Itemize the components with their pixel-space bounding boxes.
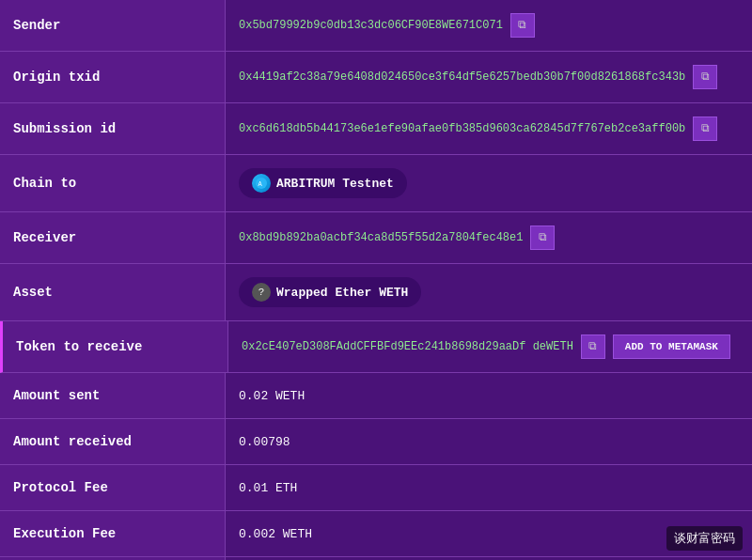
label-submission-id: Submission id	[0, 103, 226, 154]
row-sender: Sender0x5bd79992b9c0db13c3dc06CF90E8WE67…	[0, 0, 752, 52]
add-to-metamask-button[interactable]: ADD TO METAMASK	[613, 334, 730, 359]
label-text-chain-to: Chain to	[13, 176, 76, 191]
value-origin-txid: 0x4419af2c38a79e6408d024650ce3f64df5e625…	[226, 52, 752, 102]
asset-question-icon: ?	[252, 283, 271, 302]
label-token-to-receive: Token to receive	[3, 321, 228, 372]
value-text-amount-received: 0.00798	[239, 435, 290, 449]
value-submission-id: 0xc6d618db5b44173e6e1efe90afae0fb385d960…	[226, 103, 752, 154]
row-token-to-receive: Token to receive0x2cE407eD308FAddCFFBFd9…	[0, 321, 752, 373]
copy-btn-origin-txid[interactable]: ⧉	[693, 65, 717, 89]
label-amount-received: Amount received	[0, 419, 226, 464]
label-execution-fee: Execution Fee	[0, 511, 226, 556]
label-text-submission-id: Submission id	[13, 121, 116, 136]
label-amount-sent: Amount sent	[0, 373, 226, 418]
hash-token-to-receive: 0x2cE407eD308FAddCFFBFd9EEc241b8698d29aa…	[242, 340, 573, 353]
label-text-amount-received: Amount received	[13, 434, 132, 449]
watermark: 谈财富密码	[666, 526, 743, 551]
value-text-execution-fee: 0.002 WETH	[239, 527, 312, 541]
row-protocol-fee: Protocol Fee0.01 ETH	[0, 465, 752, 511]
label-chain-to: Chain to	[0, 155, 226, 211]
label-text-origin-txid: Origin txid	[13, 70, 100, 85]
chain-name: ARBITRUM Testnet	[276, 177, 394, 191]
copy-btn-sender[interactable]: ⧉	[510, 13, 535, 38]
label-asset: Asset	[0, 264, 226, 320]
value-amount-received: 0.00798	[226, 419, 752, 464]
label-sender: Sender	[0, 0, 226, 51]
value-text-protocol-fee: 0.01 ETH	[239, 481, 297, 495]
row-origin-txid: Origin txid0x4419af2c38a79e6408d024650ce…	[0, 52, 752, 103]
row-asset: Asset?Wrapped Ether WETH	[0, 264, 752, 321]
label-text-sender: Sender	[13, 18, 60, 33]
chain-badge: AARBITRUM Testnet	[239, 168, 407, 198]
copy-btn-token-to-receive[interactable]: ⧉	[581, 334, 605, 359]
copy-btn-submission-id[interactable]: ⧉	[693, 117, 717, 141]
asset-badge: ?Wrapped Ether WETH	[239, 277, 421, 307]
asset-name: Wrapped Ether WETH	[276, 286, 408, 300]
value-asset: ?Wrapped Ether WETH	[226, 264, 752, 320]
hash-receiver: 0x8bd9b892ba0acbf34ca8d55f55d2a7804fec48…	[239, 231, 523, 244]
value-chain-to: AARBITRUM Testnet	[226, 155, 752, 211]
value-amount-sent: 0.02 WETH	[226, 373, 752, 418]
row-chain-to: Chain toAARBITRUM Testnet	[0, 155, 752, 212]
transaction-details-table: Sender0x5bd79992b9c0db13c3dc06CF90E8WE67…	[0, 0, 752, 560]
label-text-receiver: Receiver	[13, 230, 76, 245]
label-text-protocol-fee: Protocol Fee	[13, 480, 108, 495]
hash-submission-id: 0xc6d618db5b44173e6e1efe90afae0fb385d960…	[239, 122, 685, 135]
arbitrum-icon: A	[252, 174, 271, 193]
value-sender: 0x5bd79992b9c0db13c3dc06CF90E8WE671C071⧉	[226, 0, 752, 51]
row-execution-fee: Execution Fee0.002 WETH	[0, 511, 752, 557]
value-token-to-receive: 0x2cE407eD308FAddCFFBFd9EEc241b8698d29aa…	[228, 321, 752, 372]
label-text-execution-fee: Execution Fee	[13, 526, 116, 541]
row-amount-sent: Amount sent0.02 WETH	[0, 373, 752, 419]
label-text-token-to-receive: Token to receive	[16, 339, 142, 354]
copy-btn-receiver[interactable]: ⧉	[530, 226, 555, 250]
label-text-amount-sent: Amount sent	[13, 388, 100, 403]
hash-origin-txid: 0x4419af2c38a79e6408d024650ce3f64df5e625…	[239, 70, 685, 84]
hash-sender: 0x5bd79992b9c0db13c3dc06CF90E8WE671C071	[239, 19, 503, 32]
label-protocol-fee: Protocol Fee	[0, 465, 226, 510]
label-receiver: Receiver	[0, 212, 226, 263]
row-amount-received: Amount received0.00798	[0, 419, 752, 465]
label-text-asset: Asset	[13, 285, 53, 300]
row-receiver: Receiver0x8bd9b892ba0acbf34ca8d55f55d2a7…	[0, 212, 752, 264]
label-origin-txid: Origin txid	[0, 52, 226, 102]
value-receiver: 0x8bd9b892ba0acbf34ca8d55f55d2a7804fec48…	[226, 212, 752, 263]
value-text-amount-sent: 0.02 WETH	[239, 389, 305, 403]
value-protocol-fee: 0.01 ETH	[226, 465, 752, 510]
row-submission-id: Submission id0xc6d618db5b44173e6e1efe90a…	[0, 103, 752, 155]
